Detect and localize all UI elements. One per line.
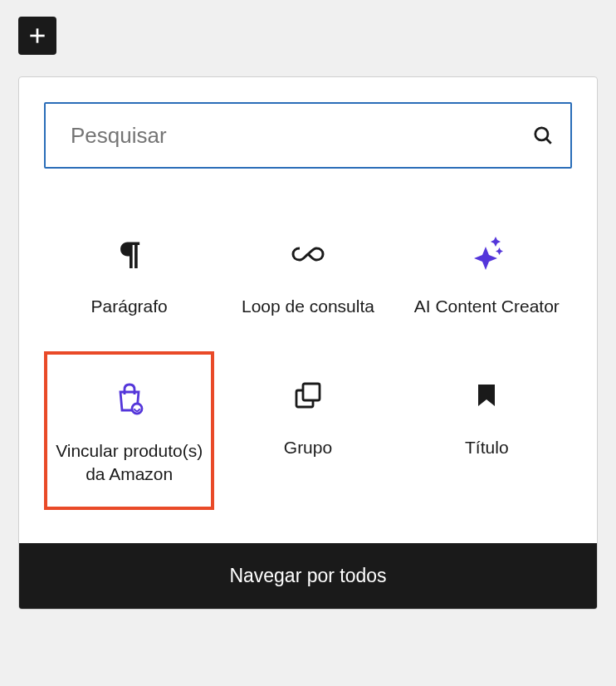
paragraph-icon [117, 233, 142, 275]
svg-point-4 [132, 404, 142, 414]
block-query-loop[interactable]: Loop de consulta [222, 210, 393, 343]
sparkle-icon [467, 233, 506, 275]
block-label: Título [465, 436, 509, 459]
svg-line-3 [546, 139, 551, 144]
block-label: AI Content Creator [414, 295, 560, 318]
svg-point-2 [535, 128, 548, 140]
block-label: Parágrafo [91, 295, 168, 318]
search-icon [532, 125, 554, 146]
search-input[interactable] [71, 123, 532, 149]
blocks-grid: Parágrafo Loop de consulta AI Content Cr… [19, 185, 597, 543]
search-box [44, 102, 572, 169]
group-icon [294, 375, 322, 416]
block-label: Grupo [284, 436, 332, 459]
block-heading[interactable]: Título [402, 351, 572, 510]
block-label: Loop de consulta [242, 295, 374, 318]
block-amazon-link[interactable]: Vincular produto(s) da Amazon [44, 351, 214, 510]
block-inserter-panel: Parágrafo Loop de consulta AI Content Cr… [18, 76, 598, 610]
svg-rect-6 [303, 384, 320, 400]
block-group[interactable]: Grupo [222, 351, 393, 510]
block-paragraph[interactable]: Parágrafo [44, 210, 214, 343]
bookmark-icon [477, 375, 496, 416]
loop-icon [291, 233, 325, 275]
plus-icon [27, 25, 48, 47]
browse-all-button[interactable]: Navegar por todos [19, 543, 597, 609]
shopping-bag-icon [114, 378, 145, 419]
block-label: Vincular produto(s) da Amazon [56, 439, 203, 487]
add-block-button[interactable] [18, 17, 56, 55]
block-ai-content-creator[interactable]: AI Content Creator [402, 210, 572, 343]
